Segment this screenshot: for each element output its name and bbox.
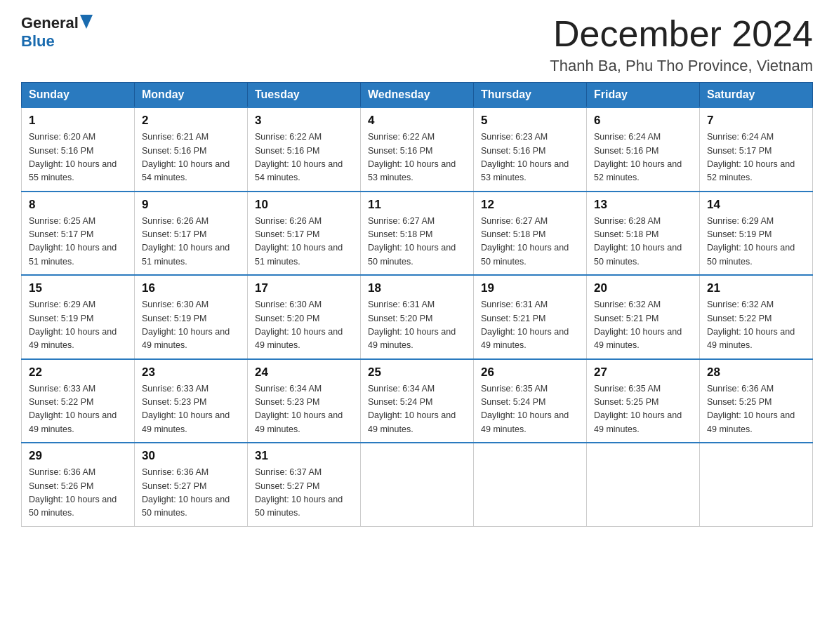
logo-general-text: General [21,14,79,32]
logo-svg-icon [80,15,93,29]
col-friday: Friday [587,83,700,108]
day-detail: Sunrise: 6:36 AMSunset: 5:26 PMDaylight:… [29,466,127,521]
calendar-cell: 21Sunrise: 6:32 AMSunset: 5:22 PMDayligh… [700,275,813,359]
calendar-cell [361,443,474,526]
day-number: 18 [368,281,466,295]
day-detail: Sunrise: 6:32 AMSunset: 5:22 PMDaylight:… [707,298,805,353]
calendar-cell: 12Sunrise: 6:27 AMSunset: 5:18 PMDayligh… [474,192,587,276]
col-thursday: Thursday [474,83,587,108]
calendar-cell [587,443,700,526]
calendar-cell: 29Sunrise: 6:36 AMSunset: 5:26 PMDayligh… [22,443,135,526]
calendar-cell: 22Sunrise: 6:33 AMSunset: 5:22 PMDayligh… [22,359,135,443]
day-detail: Sunrise: 6:29 AMSunset: 5:19 PMDaylight:… [707,215,805,269]
day-number: 22 [29,365,127,380]
calendar-cell: 13Sunrise: 6:28 AMSunset: 5:18 PMDayligh… [587,192,700,276]
day-detail: Sunrise: 6:27 AMSunset: 5:18 PMDaylight:… [368,215,466,269]
day-number: 1 [29,114,127,128]
day-number: 17 [255,281,353,295]
calendar-cell: 7Sunrise: 6:24 AMSunset: 5:17 PMDaylight… [700,107,813,192]
day-number: 14 [707,198,805,212]
day-number: 15 [29,281,127,295]
day-number: 11 [368,198,466,212]
calendar-cell: 26Sunrise: 6:35 AMSunset: 5:24 PMDayligh… [474,359,587,443]
day-number: 24 [255,365,353,380]
calendar-cell: 9Sunrise: 6:26 AMSunset: 5:17 PMDaylight… [135,192,248,276]
day-number: 31 [255,449,353,463]
day-detail: Sunrise: 6:22 AMSunset: 5:16 PMDaylight:… [255,130,353,185]
day-number: 2 [142,114,240,128]
logo-triangle-icon [80,15,93,32]
calendar-cell: 18Sunrise: 6:31 AMSunset: 5:20 PMDayligh… [361,275,474,359]
calendar-cell: 28Sunrise: 6:36 AMSunset: 5:25 PMDayligh… [700,359,813,443]
calendar-table: Sunday Monday Tuesday Wednesday Thursday… [21,82,813,527]
day-number: 9 [142,198,240,212]
calendar-week-row: 22Sunrise: 6:33 AMSunset: 5:22 PMDayligh… [22,359,813,443]
calendar-cell: 20Sunrise: 6:32 AMSunset: 5:21 PMDayligh… [587,275,700,359]
day-number: 30 [142,449,240,463]
calendar-cell: 30Sunrise: 6:36 AMSunset: 5:27 PMDayligh… [135,443,248,526]
col-monday: Monday [135,83,248,108]
day-number: 19 [481,281,579,295]
day-detail: Sunrise: 6:35 AMSunset: 5:25 PMDaylight:… [594,382,692,437]
day-detail: Sunrise: 6:20 AMSunset: 5:16 PMDaylight:… [29,130,127,185]
day-number: 5 [481,114,579,128]
calendar-cell: 19Sunrise: 6:31 AMSunset: 5:21 PMDayligh… [474,275,587,359]
col-wednesday: Wednesday [361,83,474,108]
day-number: 16 [142,281,240,295]
calendar-cell: 27Sunrise: 6:35 AMSunset: 5:25 PMDayligh… [587,359,700,443]
day-detail: Sunrise: 6:25 AMSunset: 5:17 PMDaylight:… [29,215,127,269]
day-detail: Sunrise: 6:30 AMSunset: 5:20 PMDaylight:… [255,298,353,353]
calendar-cell: 14Sunrise: 6:29 AMSunset: 5:19 PMDayligh… [700,192,813,276]
day-detail: Sunrise: 6:36 AMSunset: 5:27 PMDaylight:… [142,466,240,521]
day-detail: Sunrise: 6:33 AMSunset: 5:22 PMDaylight:… [29,382,127,437]
day-number: 10 [255,198,353,212]
logo-blue-text: Blue [21,32,55,50]
day-detail: Sunrise: 6:28 AMSunset: 5:18 PMDaylight:… [594,215,692,269]
page-container: General Blue December 2024 Thanh Ba, Phu… [21,14,813,527]
calendar-cell: 10Sunrise: 6:26 AMSunset: 5:17 PMDayligh… [248,192,361,276]
calendar-cell [700,443,813,526]
calendar-week-row: 29Sunrise: 6:36 AMSunset: 5:26 PMDayligh… [22,443,813,526]
logo: General Blue [21,14,93,51]
title-area: December 2024 Thanh Ba, Phu Tho Province… [550,14,813,75]
calendar-cell: 25Sunrise: 6:34 AMSunset: 5:24 PMDayligh… [361,359,474,443]
day-detail: Sunrise: 6:32 AMSunset: 5:21 PMDaylight:… [594,298,692,353]
day-detail: Sunrise: 6:27 AMSunset: 5:18 PMDaylight:… [481,215,579,269]
day-detail: Sunrise: 6:37 AMSunset: 5:27 PMDaylight:… [255,466,353,521]
calendar-header-row: Sunday Monday Tuesday Wednesday Thursday… [22,83,813,108]
day-number: 13 [594,198,692,212]
col-sunday: Sunday [22,83,135,108]
col-tuesday: Tuesday [248,83,361,108]
day-detail: Sunrise: 6:30 AMSunset: 5:19 PMDaylight:… [142,298,240,353]
day-number: 27 [594,365,692,380]
day-detail: Sunrise: 6:34 AMSunset: 5:24 PMDaylight:… [368,382,466,437]
header: General Blue December 2024 Thanh Ba, Phu… [21,14,813,75]
day-number: 25 [368,365,466,380]
day-detail: Sunrise: 6:22 AMSunset: 5:16 PMDaylight:… [368,130,466,185]
calendar-week-row: 1Sunrise: 6:20 AMSunset: 5:16 PMDaylight… [22,107,813,192]
calendar-week-row: 15Sunrise: 6:29 AMSunset: 5:19 PMDayligh… [22,275,813,359]
day-detail: Sunrise: 6:35 AMSunset: 5:24 PMDaylight:… [481,382,579,437]
month-title: December 2024 [550,14,813,54]
calendar-cell: 11Sunrise: 6:27 AMSunset: 5:18 PMDayligh… [361,192,474,276]
day-number: 21 [707,281,805,295]
calendar-cell: 8Sunrise: 6:25 AMSunset: 5:17 PMDaylight… [22,192,135,276]
calendar-cell [474,443,587,526]
day-number: 4 [368,114,466,128]
day-detail: Sunrise: 6:26 AMSunset: 5:17 PMDaylight:… [255,215,353,269]
day-detail: Sunrise: 6:31 AMSunset: 5:20 PMDaylight:… [368,298,466,353]
day-number: 7 [707,114,805,128]
calendar-cell: 31Sunrise: 6:37 AMSunset: 5:27 PMDayligh… [248,443,361,526]
calendar-cell: 23Sunrise: 6:33 AMSunset: 5:23 PMDayligh… [135,359,248,443]
day-number: 29 [29,449,127,463]
calendar-cell: 16Sunrise: 6:30 AMSunset: 5:19 PMDayligh… [135,275,248,359]
day-number: 28 [707,365,805,380]
day-detail: Sunrise: 6:24 AMSunset: 5:17 PMDaylight:… [707,130,805,185]
day-detail: Sunrise: 6:31 AMSunset: 5:21 PMDaylight:… [481,298,579,353]
day-detail: Sunrise: 6:21 AMSunset: 5:16 PMDaylight:… [142,130,240,185]
day-detail: Sunrise: 6:33 AMSunset: 5:23 PMDaylight:… [142,382,240,437]
day-number: 3 [255,114,353,128]
calendar-cell: 3Sunrise: 6:22 AMSunset: 5:16 PMDaylight… [248,107,361,192]
calendar-week-row: 8Sunrise: 6:25 AMSunset: 5:17 PMDaylight… [22,192,813,276]
calendar-cell: 2Sunrise: 6:21 AMSunset: 5:16 PMDaylight… [135,107,248,192]
